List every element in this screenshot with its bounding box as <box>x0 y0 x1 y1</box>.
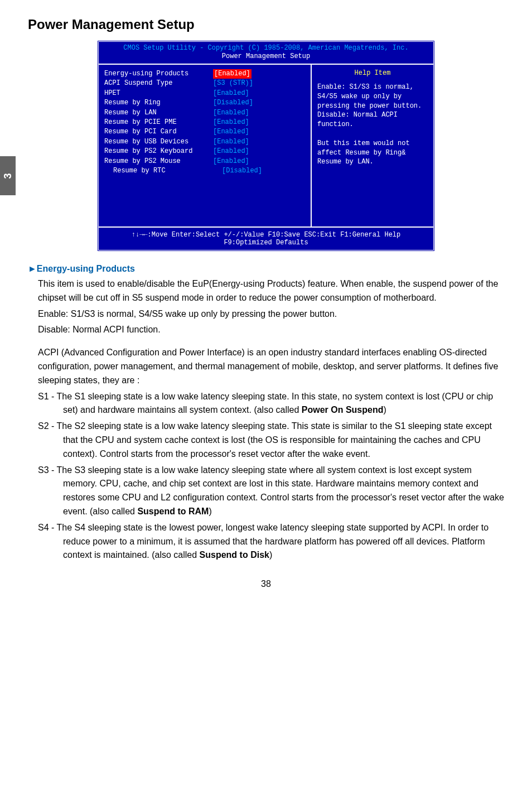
list-item: S2 - The S2 sleeping state is a low wake… <box>38 420 504 461</box>
bios-row-value: [Enabled] <box>213 118 249 127</box>
bios-row-value: [Enabled] <box>213 69 252 79</box>
list-item: S4 - The S4 sleeping state is the lowest… <box>38 521 504 562</box>
list-item: S1 - The S1 sleeping state is a low wake… <box>38 390 504 418</box>
text-bold: Power On Suspend <box>302 405 384 414</box>
bios-row-value: [Enabled] <box>213 108 249 118</box>
bios-row[interactable]: Resume by PCIE PME[Enabled] <box>104 118 305 127</box>
help-title: Help Item <box>317 69 428 83</box>
bios-row-value: [Enabled] <box>213 89 249 98</box>
bios-row[interactable]: Resume by Ring[Disabled] <box>104 98 305 108</box>
chapter-tab: 3 <box>0 156 16 195</box>
bios-row-label: Resume by RTC <box>104 166 222 176</box>
bios-row-value: [Enabled] <box>213 127 249 137</box>
bios-help-pane: Help Item Enable: S1/S3 is normal, S4/S5… <box>312 65 433 226</box>
bios-row-value: [Disabled] <box>213 98 253 108</box>
bios-row[interactable]: Resume by PCI Card[Enabled] <box>104 127 305 137</box>
text: ) <box>383 405 386 414</box>
bios-row-value: [Enabled] <box>213 147 249 156</box>
bios-row-label: Resume by PCIE PME <box>104 118 213 127</box>
text: S1 - The S1 sleeping state is a low wake… <box>38 392 493 415</box>
section-heading: ►Energy-using Products <box>28 264 504 274</box>
text-bold: Suspend to Disk <box>200 550 269 560</box>
text: ) <box>209 507 211 516</box>
bios-row[interactable]: ACPI Suspend Type[S3 (STR)] <box>104 79 305 88</box>
bios-row-label: ACPI Suspend Type <box>104 79 213 88</box>
bios-row-label: Resume by Ring <box>104 98 213 108</box>
bios-row[interactable]: Resume by USB Devices[Enabled] <box>104 137 305 147</box>
bios-row[interactable]: Energy-using Products[Enabled] <box>104 69 305 79</box>
bios-footer: ↑↓→←:Move Enter:Select +/-/:Value F10:Sa… <box>99 228 433 250</box>
bios-row-label: HPET <box>104 89 213 98</box>
text: S3 - The S3 sleeping state is a low wake… <box>38 465 504 516</box>
paragraph: Enable: S1/S3 is normal, S4/S5 wake up o… <box>38 307 504 321</box>
bios-settings-pane: Energy-using Products[Enabled] ACPI Susp… <box>99 65 312 226</box>
bios-row-label: Energy-using Products <box>104 69 213 79</box>
bios-row-label: Resume by PS2 Keyboard <box>104 147 213 156</box>
paragraph: ACPI (Advanced Configuration and Power I… <box>38 346 504 387</box>
text-bold: Suspend to RAM <box>137 507 209 516</box>
bios-row-value: [Enabled] <box>213 137 249 147</box>
bios-screen: CMOS Setup Utility - Copyright (C) 1985-… <box>97 40 435 252</box>
list-item: S3 - The S3 sleeping state is a low wake… <box>38 464 504 519</box>
bios-row-label: Resume by PCI Card <box>104 127 213 137</box>
bios-row-label: Resume by PS2 Mouse <box>104 157 213 166</box>
page-number: 38 <box>28 579 504 589</box>
chapter-number: 3 <box>2 173 13 179</box>
bios-row-label: Resume by USB Devices <box>104 137 213 147</box>
bios-row[interactable]: Resume by PS2 Keyboard[Enabled] <box>104 147 305 156</box>
bios-row-label: Resume by LAN <box>104 108 213 118</box>
paragraph: This item is used to enable/disable the … <box>38 277 504 305</box>
bios-row[interactable]: Resume by PS2 Mouse[Enabled] <box>104 157 305 166</box>
text: ) <box>269 550 272 560</box>
bios-row-value: [Enabled] <box>213 157 249 166</box>
bios-row-value: [S3 (STR)] <box>213 79 253 88</box>
page-title: Power Management Setup <box>28 17 504 32</box>
bios-title: CMOS Setup Utility - Copyright (C) 1985-… <box>99 42 433 52</box>
bios-row[interactable]: Resume by RTC[Disabled] <box>104 166 305 176</box>
bios-row[interactable]: Resume by LAN[Enabled] <box>104 108 305 118</box>
bios-row-value: [Disabled] <box>222 166 262 176</box>
paragraph: Disable: Normal ACPI function. <box>38 323 504 337</box>
help-body: Enable: S1/S3 is normal, S4/S5 wake up o… <box>317 83 428 167</box>
bios-subtitle: Power Management Setup <box>99 52 433 64</box>
bios-row[interactable]: HPET[Enabled] <box>104 89 305 98</box>
